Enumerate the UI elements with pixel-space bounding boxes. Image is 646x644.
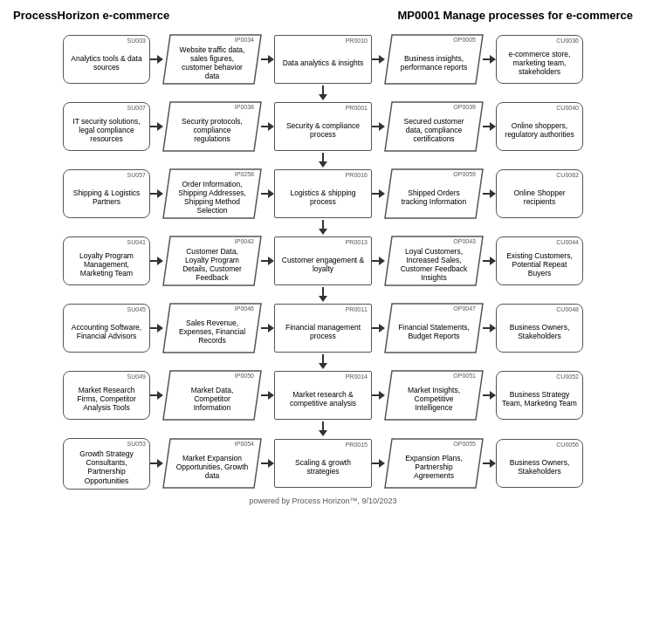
box-label: Financial management process (279, 323, 367, 340)
h-arrow (150, 55, 163, 64)
box-label: Online shoppers, regulatory authorities (501, 121, 578, 139)
h-arrow (372, 122, 385, 131)
id-badge: IP0038 (235, 104, 254, 111)
box-label: Business Strategy Team, Marketing Team (501, 390, 578, 408)
id-badge: CU0040 (556, 105, 579, 112)
id-badge: OP0051 (453, 373, 476, 380)
h-arrow (261, 257, 274, 265)
h-arrow (372, 391, 385, 400)
box-label: Business Owners, Stakeholders (501, 458, 578, 476)
box-label: Accounting Software, Financial Advisors (68, 323, 145, 340)
box-label: IT security solutions, legal compliance … (68, 117, 145, 144)
supplier-customer-box: SU049Market Research Firms, Competitor A… (63, 371, 150, 420)
h-arrow (150, 189, 163, 198)
supplier-customer-box: CU0048Business Owners, Stakeholders (496, 304, 583, 353)
input-output-shape: OP0051Market Insights, Competitive Intel… (385, 371, 483, 420)
process-box: PR0015Scaling & growth strategies (274, 439, 372, 488)
h-arrow (150, 459, 163, 468)
input-output-shape: OP0047Financial Statements, Budget Repor… (385, 304, 483, 353)
h-arrow (483, 324, 496, 332)
id-badge: SU003 (127, 38, 146, 45)
input-output-shape: IP0258Order Information, Shipping Addres… (163, 169, 261, 218)
id-badge: IP0258 (235, 171, 254, 178)
v-arrow-container (13, 421, 633, 436)
header-left: ProcessHorizon e-commerce (13, 9, 169, 22)
h-arrow (483, 189, 496, 198)
box-label: Customer engagement & loyalty (279, 256, 367, 273)
supplier-customer-box: CU0040Online shoppers, regulatory author… (496, 102, 583, 151)
h-arrow (483, 257, 496, 265)
h-arrow (150, 257, 163, 265)
id-badge: OP0039 (453, 104, 476, 111)
id-badge: CU0044 (556, 239, 579, 246)
process-box: PR0013Customer engagement & loyalty (274, 236, 372, 285)
v-arrow-container (13, 86, 633, 100)
id-badge: SU045 (127, 306, 146, 313)
id-badge: IP0054 (235, 441, 254, 448)
input-output-shape: OP0039Secured customer data, compliance … (385, 102, 483, 151)
id-badge: OP0005 (453, 37, 476, 44)
supplier-customer-box: SU003Analytics tools & data sources (63, 35, 150, 84)
box-label: Analytics tools & data sources (68, 54, 145, 72)
id-badge: PR0014 (346, 373, 368, 380)
box-label: Logistics & shipping process (279, 188, 367, 206)
process-row: SU003Analytics tools & data sourcesIP003… (13, 35, 633, 84)
box-label: Security & compliance process (279, 121, 367, 139)
supplier-customer-box: CU0056Business Owners, Stakeholders (496, 439, 583, 488)
shape-label: Security protocols, compliance regulatio… (175, 117, 249, 144)
input-output-shape: OP0055Expansion Plans, Partnership Agree… (385, 439, 483, 488)
process-box: PR0001Security & compliance process (274, 102, 372, 151)
input-output-shape: IP0054Market Expansion Opportunities, Gr… (163, 439, 261, 488)
id-badge: PR0016 (346, 172, 368, 179)
supplier-customer-box: SU053Growth Strategy Consultants, Partne… (63, 438, 150, 490)
box-label: Loyalty Program Management, Marketing Te… (68, 251, 145, 278)
h-arrow (483, 391, 496, 400)
h-arrow (261, 391, 274, 400)
h-arrow (483, 55, 496, 64)
process-row: SU045Accounting Software, Financial Advi… (13, 304, 633, 353)
id-badge: IP0042 (235, 238, 254, 245)
header: ProcessHorizon e-commerce MP0001 Manage … (13, 9, 633, 22)
id-badge: PR0013 (346, 239, 368, 246)
shape-label: Loyal Customers, Increased Sales, Custom… (397, 247, 471, 283)
supplier-customer-box: SU045Accounting Software, Financial Advi… (63, 304, 150, 353)
id-badge: IP0050 (235, 373, 254, 380)
id-badge: CU0036 (556, 38, 579, 45)
id-badge: OP0043 (453, 238, 476, 245)
supplier-customer-box: CU0062Online Shopper recipients (496, 169, 583, 218)
box-label: Data analytics & insights (283, 58, 364, 67)
supplier-customer-box: SU057Shipping & Logistics Partners (63, 169, 150, 218)
shape-label: Sales Revenue, Expenses, Financial Recor… (175, 319, 249, 346)
diagram: SU003Analytics tools & data sourcesIP003… (13, 35, 633, 490)
box-label: Online Shopper recipients (501, 188, 578, 206)
box-label: Market research & competitive analysis (279, 390, 367, 408)
supplier-customer-box: CU0044Existing Customers, Potential Repe… (496, 236, 583, 285)
id-badge: SU053 (127, 441, 146, 448)
h-arrow (261, 189, 274, 198)
supplier-customer-box: SU041Loyalty Program Management, Marketi… (63, 236, 150, 285)
supplier-customer-box: CU0052Business Strategy Team, Marketing … (496, 371, 583, 420)
input-output-shape: IP0034Website traffic data, sales figure… (163, 35, 261, 84)
h-arrow (372, 459, 385, 468)
id-badge: SU057 (127, 172, 146, 179)
v-arrow-container (13, 220, 633, 235)
input-output-shape: OP0043Loyal Customers, Increased Sales, … (385, 236, 483, 285)
shape-label: Website traffic data, sales figures, cus… (175, 45, 249, 81)
process-row: SU053Growth Strategy Consultants, Partne… (13, 438, 633, 490)
h-arrow (372, 257, 385, 265)
process-box: PR0010Data analytics & insights (274, 35, 372, 84)
h-arrow (150, 391, 163, 400)
id-badge: CU0052 (556, 373, 579, 380)
h-arrow (150, 122, 163, 131)
shape-label: Shipped Orders tracking Information (397, 188, 471, 206)
id-badge: IP0034 (235, 37, 254, 44)
shape-label: Market Data, Competitor Information (175, 386, 249, 413)
id-badge: PR0010 (346, 38, 368, 45)
v-arrow-container (13, 153, 633, 168)
id-badge: SU041 (127, 239, 146, 246)
id-badge: SU007 (127, 105, 146, 112)
h-arrow (372, 55, 385, 64)
box-label: Scaling & growth strategies (279, 458, 367, 476)
process-row: SU007IT security solutions, legal compli… (13, 102, 633, 151)
shape-label: Secured customer data, compliance certif… (397, 117, 471, 144)
